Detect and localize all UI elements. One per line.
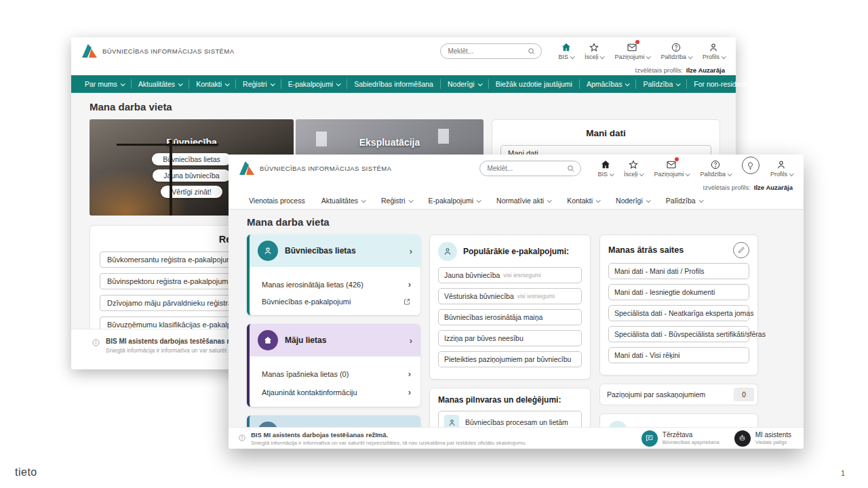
chat-launcher[interactable]: Tērzētava Būvniecības apspriešana: [642, 430, 719, 447]
card-header[interactable]: Būvniecības lietas ›: [250, 235, 420, 267]
person-icon: [776, 159, 787, 170]
page-title: Mana darba vieta: [247, 216, 804, 228]
menu-bis[interactable]: BIS: [597, 159, 613, 178]
chevron-down-icon: [600, 54, 605, 59]
search-input[interactable]: [448, 47, 522, 55]
nav-item[interactable]: E-pakalpojumi: [281, 79, 348, 89]
nav-item[interactable]: Biežāk uzdotie jautājumi: [489, 79, 580, 89]
ekspluatacijas-lietas-card: Ekspluatācijas lietas › Manas īpašnieka …: [247, 415, 420, 427]
sub-label: visi iesniegumi: [503, 272, 540, 279]
edit-button[interactable]: [733, 242, 749, 258]
card-link[interactable]: Būvniecības e-pakalpojumi ›: [262, 293, 411, 310]
chevron-right-icon: ›: [408, 369, 411, 379]
chevron-down-icon: [676, 81, 681, 86]
nav-item[interactable]: Aktualitātes: [321, 197, 365, 205]
profile-name[interactable]: Ilze Auzarāja: [686, 66, 725, 74]
nav-item[interactable]: Normatīvie akti: [496, 197, 551, 205]
chevron-right-icon: ›: [410, 336, 412, 346]
chevron-down-icon: [547, 198, 552, 203]
menu-bis[interactable]: BIS: [558, 41, 574, 60]
buvniecibas-lietas-card: Būvniecības lietas › Manas ierosinātāja …: [247, 235, 420, 315]
chevron-down-icon: [646, 54, 651, 59]
nav-item[interactable]: Palīdzība: [666, 197, 703, 205]
menu-profile[interactable]: Profils: [770, 159, 793, 178]
nav-item[interactable]: Reģistri: [236, 79, 281, 89]
chevron-down-icon: [477, 81, 482, 86]
menu-shortcuts[interactable]: Īsceļi: [585, 41, 604, 60]
nav-item[interactable]: Kontakti: [189, 79, 236, 89]
worker-icon: [258, 241, 278, 261]
card-link[interactable]: Manas īpašnieka lietas (0) ›: [262, 365, 411, 383]
notifications-row[interactable]: Paziņojumi par saskaņojumiem 0: [599, 384, 758, 405]
nav-item[interactable]: Vienotais process: [249, 197, 305, 205]
main-nav: Par mums Aktualitātes Kontakti Reģistri …: [71, 75, 736, 93]
service-button[interactable]: Būvniecības ierosinātāja maiņa: [438, 309, 582, 325]
crane-photo-decoration: [170, 140, 172, 216]
quick-link[interactable]: Speciālista dati - Būvspeciālista sertif…: [608, 326, 749, 342]
card-link[interactable]: Atjaunināt kontaktinformāciju ›: [262, 383, 411, 401]
bis-logo[interactable]: BŪVNIECĪBAS INFORMĀCIJAS SISTĒMA: [82, 44, 234, 58]
jauna-buvnieciba-button[interactable]: Jauna būvniecība: [153, 169, 230, 182]
nav-item[interactable]: Par mums: [78, 79, 132, 89]
external-link-icon: [403, 298, 411, 306]
service-button[interactable]: Pieteikties paziņojumiem par būvniecību: [438, 351, 582, 367]
service-button[interactable]: Vēsturiska būvniecība visi iesniegumi: [438, 288, 582, 304]
ai-assistant-launcher[interactable]: MI asistents Viedais palīgs: [734, 430, 791, 447]
profile-name[interactable]: Ilze Auzarāja: [754, 184, 793, 191]
search-icon: [527, 47, 536, 56]
chevron-down-icon: [270, 81, 275, 86]
menu-help[interactable]: Palīdzība: [700, 159, 731, 178]
menu-notifications[interactable]: Paziņojumi: [614, 41, 650, 60]
menu-help[interactable]: Palīdzība: [660, 41, 692, 60]
nav-item[interactable]: E-pakalpojumi: [429, 197, 481, 205]
front-browser-window: BŪVNIECĪBAS INFORMĀCIJAS SISTĒMA BIS Īsc…: [229, 155, 804, 449]
page-number: 1: [841, 469, 845, 477]
service-button[interactable]: Izziņa par būves neesību: [438, 330, 582, 346]
pilnvaras-buvnieciba-button[interactable]: Būvniecības procesam un lietām: [438, 411, 582, 427]
page-title: Mana darba vieta: [90, 101, 736, 113]
nav-item[interactable]: For non-residents: [687, 79, 756, 89]
chevron-right-icon: ›: [408, 387, 411, 397]
search-input-wrap: [440, 43, 542, 59]
card-header[interactable]: Māju lietas ›: [250, 324, 420, 357]
bis-logo[interactable]: BŪVNIECĪBAS INFORMĀCIJAS SISTĒMA: [239, 161, 391, 175]
star-icon: [628, 159, 639, 170]
menu-assistant[interactable]: [742, 159, 760, 174]
search-input[interactable]: [487, 165, 561, 172]
menu-shortcuts[interactable]: Īsceļi: [624, 159, 644, 178]
bis-logo-icon: [82, 44, 97, 58]
card-title: Būvniecība: [166, 137, 217, 148]
pencil-icon: [737, 246, 745, 254]
card-header[interactable]: Ekspluatācijas lietas ›: [250, 415, 420, 427]
quick-link[interactable]: Speciālista dati - Neatkarīga eksperta j…: [608, 305, 749, 321]
help-icon: [710, 159, 721, 170]
service-button[interactable]: Jauna būvniecība visi iesniegumi: [438, 267, 582, 283]
panel-title: Mani dati: [500, 128, 711, 138]
menu-notifications[interactable]: Paziņojumi: [654, 159, 689, 178]
chevron-down-icon: [728, 171, 732, 176]
nav-item[interactable]: Noderīgi: [441, 79, 489, 89]
quick-link[interactable]: Mani dati - Mani dati / Profils: [608, 263, 749, 279]
site-header: BŪVNIECĪBAS INFORMĀCIJAS SISTĒMA BIS Īsc…: [229, 155, 804, 182]
sub-label: visi iesniegumi: [517, 293, 555, 300]
chevron-down-icon: [646, 198, 650, 203]
nav-item[interactable]: Sabiedrības informēšana: [347, 79, 441, 89]
home-icon: [600, 159, 611, 170]
nav-item[interactable]: Reģistri: [381, 197, 412, 205]
chevron-down-icon: [336, 81, 341, 86]
menu-profile[interactable]: Profils: [703, 41, 725, 60]
nav-item[interactable]: Palīdzība: [636, 79, 687, 89]
chevron-down-icon: [408, 198, 413, 203]
quick-link[interactable]: Mani dati - Iesniegtie dokumenti: [608, 284, 749, 300]
nav-item[interactable]: Noderīgi: [616, 197, 650, 205]
search-icon: [566, 164, 575, 173]
card-link[interactable]: Manas ierosinātāja lietas (426) ›: [262, 275, 411, 293]
nav-item[interactable]: Apmācības: [580, 79, 637, 89]
nav-item[interactable]: Kontakti: [567, 197, 599, 205]
buvniecibas-lietas-button[interactable]: Būvniecības lietas: [152, 153, 231, 165]
briefcase-icon: [608, 421, 627, 427]
presentation-slide: BŪVNIECĪBAS INFORMĀCIJAS SISTĒMA BIS Īsc…: [0, 0, 868, 488]
house-icon: [258, 330, 278, 350]
nav-item[interactable]: Aktualitātes: [132, 79, 189, 89]
quick-link[interactable]: Mani dati - Visi rēķini: [608, 347, 749, 363]
